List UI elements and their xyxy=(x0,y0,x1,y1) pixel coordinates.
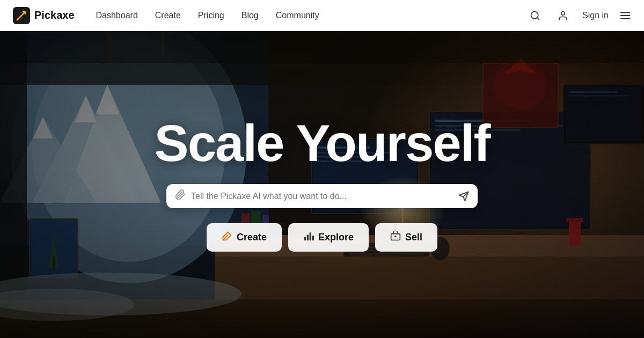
svg-point-5 xyxy=(561,11,565,15)
search-button[interactable] xyxy=(526,7,544,24)
hero-content: Scale Yourself xyxy=(0,31,644,338)
nav-pricing[interactable]: Pricing xyxy=(198,11,224,20)
nav-links: Dashboard Create Pricing Blog Community xyxy=(96,11,527,20)
nav-community[interactable]: Community xyxy=(276,11,319,20)
sell-icon xyxy=(390,231,401,244)
search-input[interactable] xyxy=(191,192,453,201)
logo-icon xyxy=(13,7,30,24)
hero-title: Scale Yourself xyxy=(155,117,490,169)
paperclip-icon xyxy=(175,189,186,203)
cta-buttons: Create Explore xyxy=(207,223,437,252)
create-icon xyxy=(222,231,232,244)
nav-right: Sign in xyxy=(526,7,631,24)
search-submit-button[interactable] xyxy=(458,191,469,202)
submit-arrow-icon xyxy=(458,191,469,202)
svg-rect-73 xyxy=(310,232,311,240)
sell-label: Sell xyxy=(405,232,422,243)
explore-label: Explore xyxy=(318,232,354,243)
explore-icon xyxy=(303,231,314,244)
logo-link[interactable]: Pickaxe xyxy=(13,7,75,24)
svg-line-4 xyxy=(537,17,539,19)
create-button[interactable]: Create xyxy=(207,223,282,252)
svg-line-2 xyxy=(17,19,18,20)
svg-rect-71 xyxy=(304,237,306,241)
menu-button[interactable] xyxy=(619,10,631,21)
sign-in-button[interactable]: Sign in xyxy=(582,11,609,20)
explore-button[interactable]: Explore xyxy=(288,223,369,252)
user-button[interactable] xyxy=(554,7,572,24)
svg-rect-72 xyxy=(307,235,309,241)
hero-section: Scale Yourself xyxy=(0,31,644,338)
user-icon xyxy=(558,10,568,21)
brand-name: Pickaxe xyxy=(34,9,75,21)
nav-dashboard[interactable]: Dashboard xyxy=(96,11,138,20)
navbar: Pickaxe Dashboard Create Pricing Blog Co… xyxy=(0,0,644,31)
svg-point-76 xyxy=(394,236,396,237)
nav-blog[interactable]: Blog xyxy=(241,11,259,20)
search-bar xyxy=(166,184,478,208)
nav-create[interactable]: Create xyxy=(155,11,181,20)
search-icon xyxy=(530,10,540,21)
create-label: Create xyxy=(237,232,267,243)
sell-button[interactable]: Sell xyxy=(375,223,437,252)
svg-rect-74 xyxy=(312,236,314,240)
menu-icon xyxy=(619,10,631,21)
